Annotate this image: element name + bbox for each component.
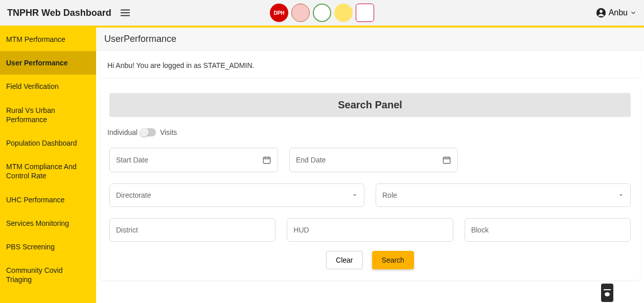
caret-down-icon	[618, 192, 624, 198]
header: TNPHR Web Dashboard DPH Anbu	[0, 0, 644, 26]
logo-mtm-icon	[334, 4, 353, 22]
block-field[interactable]: Block	[465, 218, 631, 242]
field-label: Block	[471, 226, 489, 234]
calendar-icon	[262, 155, 271, 165]
caret-down-icon	[352, 192, 358, 198]
sidebar-item-label: Services Monitoring	[6, 219, 69, 227]
sidebar-item-label: Field Verification	[6, 82, 59, 90]
app-title: TNPHR Web Dashboard	[7, 8, 111, 18]
field-label: End Date	[296, 156, 326, 164]
field-label: HUD	[293, 226, 309, 234]
header-logos: DPH	[270, 4, 374, 22]
sidebar-item-rural-vs-urban-performance[interactable]: Rural Vs Urban Performance	[0, 99, 96, 131]
sidebar-item-user-performance[interactable]: User Performance	[0, 51, 96, 75]
toggle-label-visits: Visits	[160, 128, 177, 136]
search-panel-header: Search Panel	[109, 93, 631, 117]
user-menu[interactable]: Anbu	[595, 7, 637, 18]
clear-button[interactable]: Clear	[326, 251, 362, 269]
role-select[interactable]: Role	[376, 183, 631, 207]
field-label: Start Date	[116, 156, 148, 164]
sidebar-item-label: Population Dashboard	[6, 139, 77, 147]
sidebar-item-uhc-performance[interactable]: UHC Performance	[0, 188, 96, 212]
search-panel: Search Panel Individual Visits Start Dat…	[100, 86, 640, 281]
page-title: UserPerformance	[96, 28, 644, 51]
district-field[interactable]: District	[109, 218, 275, 242]
menu-toggle-button[interactable]	[120, 7, 131, 18]
camera-icon	[605, 292, 610, 296]
logo-nhm-icon	[291, 4, 310, 22]
start-date-field[interactable]: Start Date	[109, 148, 278, 172]
logo-tn-emblem-icon	[313, 4, 331, 22]
sidebar-item-label: User Performance	[6, 59, 68, 67]
greeting-card: Hi Anbu! You are logged in as STATE_ADMI…	[100, 53, 640, 78]
sidebar-item-label: Rural Vs Urban Performance	[6, 106, 55, 124]
sidebar-item-label: Community Covid Triaging	[6, 266, 62, 284]
field-label: Role	[382, 191, 397, 199]
logo-uhc-icon	[356, 4, 374, 22]
greeting-text: Hi Anbu! You are logged in as STATE_ADMI…	[107, 61, 254, 69]
svg-point-1	[600, 10, 603, 13]
sidebar-item-label: PBS Screening	[6, 243, 55, 251]
logo-dph-icon: DPH	[270, 4, 288, 22]
directorate-select[interactable]: Directorate	[109, 183, 364, 207]
toggle-label-individual: Individual	[107, 128, 137, 136]
sidebar-item-mtm-performance[interactable]: MTM Performance	[0, 28, 96, 51]
hud-field[interactable]: HUD	[287, 218, 453, 242]
sidebar-item-pbs-screening[interactable]: PBS Screening	[0, 235, 96, 259]
sidebar-item-community-covid-triaging[interactable]: Community Covid Triaging	[0, 259, 96, 291]
end-date-field[interactable]: End Date	[289, 148, 458, 172]
sidebar: MTM Performance User Performance Field V…	[0, 28, 96, 303]
search-button[interactable]: Search	[372, 251, 414, 269]
chevron-down-icon	[630, 9, 637, 16]
svg-rect-2	[263, 157, 270, 164]
calendar-icon	[442, 155, 451, 165]
sidebar-item-mtm-compliance-and-control-rate[interactable]: MTM Compliance And Control Rate	[0, 155, 96, 188]
widget-bar-icon	[604, 289, 611, 290]
sidebar-item-label: MTM Performance	[6, 35, 65, 43]
field-label: District	[116, 226, 138, 234]
individual-visits-toggle[interactable]	[142, 128, 156, 136]
svg-rect-3	[443, 157, 450, 164]
sidebar-item-label: MTM Compliance And Control Rate	[6, 162, 77, 180]
sidebar-item-services-monitoring[interactable]: Services Monitoring	[0, 212, 96, 235]
account-circle-icon	[595, 7, 607, 18]
view-toggle: Individual Visits	[107, 128, 631, 136]
sidebar-item-field-verification[interactable]: Field Verification	[0, 75, 96, 98]
sidebar-item-label: UHC Performance	[6, 196, 64, 204]
hamburger-icon	[120, 7, 131, 18]
sidebar-item-population-dashboard[interactable]: Population Dashboard	[0, 131, 96, 155]
field-label: Directorate	[116, 191, 151, 199]
main-content: UserPerformance Hi Anbu! You are logged …	[96, 28, 644, 303]
screenshot-widget[interactable]	[601, 284, 613, 302]
user-label: Anbu	[609, 8, 628, 17]
